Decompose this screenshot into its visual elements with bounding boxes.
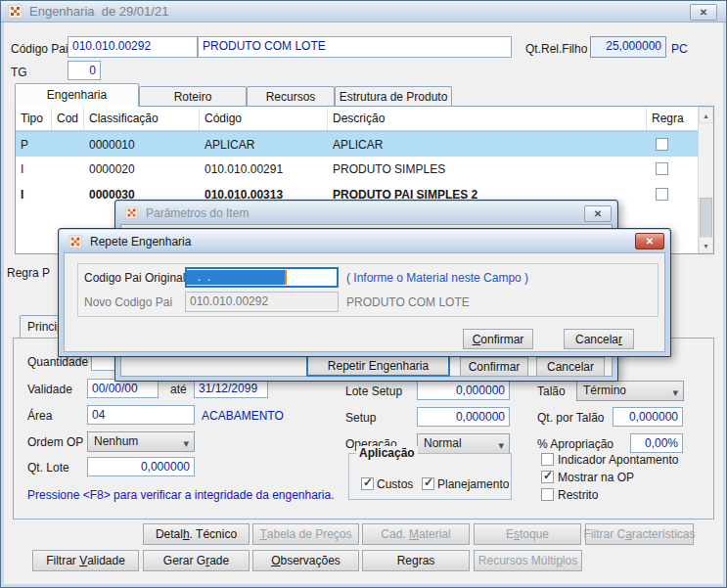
table-row[interactable]: I 0000020 010.010.00291 PRODUTO SIMPLES [16, 157, 713, 182]
planejamento-checkbox[interactable] [422, 477, 434, 490]
regra-label: Regra P [7, 266, 50, 280]
indicador-apontamento-label: Indicador Apontamento [558, 453, 678, 467]
validade-from-field[interactable]: 00/00/00 [87, 379, 159, 398]
close-icon[interactable]: ✕ [584, 205, 612, 222]
confirmar-button[interactable]: Confirmar [463, 329, 533, 349]
dialog-title: Repete Engenharia [90, 235, 191, 249]
qt-por-talao-field[interactable]: 0,000000 [613, 407, 683, 427]
tab-recursos[interactable]: Recursos [247, 86, 335, 107]
filtrar-caracteristicas-button[interactable]: Filtrar Características [585, 523, 694, 545]
col-header-tipo[interactable]: Tipo [16, 107, 52, 130]
dialog-title: Parâmetros do Item [146, 206, 249, 220]
repete-titlebar[interactable]: Repete Engenharia [60, 230, 669, 252]
scroll-up-icon[interactable]: ▲ [699, 107, 713, 123]
talao-label: Talão [537, 384, 566, 398]
repetir-engenharia-button[interactable]: Repetir Engenharia [306, 355, 450, 377]
planejamento-label: Planejamento [437, 477, 509, 491]
cell-codigo: 010.010.00291 [200, 162, 328, 176]
codigo-pai-original-label: Codigo Pai Original [84, 271, 185, 285]
qt-lote-field[interactable]: 0,000000 [87, 457, 195, 476]
ordem-op-label: Ordem OP [27, 435, 83, 449]
col-header-regra[interactable]: Regra [647, 107, 699, 130]
lote-setup-field[interactable]: 0,000000 [417, 381, 510, 400]
selected-text: . . [187, 270, 285, 285]
tab-roteiro[interactable]: Roteiro [139, 86, 247, 107]
col-header-codigo[interactable]: Código [200, 107, 328, 130]
gerar-grade-button[interactable]: Gerar Grade [143, 550, 250, 571]
cell-classificacao: 0000010 [84, 138, 200, 152]
setup-label: Setup [345, 411, 376, 425]
area-field[interactable]: 04 [87, 405, 195, 425]
close-icon[interactable]: ✕ [635, 233, 664, 249]
mostrar-na-op-checkbox[interactable] [541, 471, 554, 483]
ordem-op-select[interactable]: Nenhum [87, 431, 195, 452]
lote-setup-label: Lote Setup [345, 384, 402, 398]
mostrar-na-op-label: Mostrar na OP [558, 471, 634, 484]
detalh-tecnico-button[interactable]: Detalh. Técnico [143, 523, 250, 545]
grid-vertical-scrollbar[interactable]: ▲ ▼ [698, 107, 713, 253]
tabela-de-precos-button[interactable]: Tabela de Preços [252, 523, 359, 545]
area-desc: ACABAMENTO [202, 409, 284, 423]
observacoes-button[interactable]: Observações [252, 550, 359, 571]
repete-engenharia-dialog: Repete Engenharia ✕ Codigo Pai Original … [58, 228, 671, 357]
app-icon [68, 235, 82, 249]
codigo-pai-original-field[interactable]: . . [185, 267, 339, 288]
app-icon [125, 206, 138, 219]
restrito-checkbox[interactable] [541, 488, 554, 501]
tg-field[interactable]: 0 [68, 61, 101, 80]
cell-descricao: PRODUTO SIMPLES [328, 162, 647, 176]
custos-checkbox[interactable] [361, 477, 374, 490]
scrollbar-thumb[interactable] [700, 198, 712, 239]
col-header-descricao[interactable]: Descrição [328, 107, 647, 130]
window-titlebar[interactable]: Engenharia de 29/01/21 [1, 1, 726, 23]
ate-label: até [170, 383, 187, 396]
cancelar-button[interactable]: Cancelar [536, 357, 605, 377]
qt-lote-label: Qt. Lote [27, 461, 69, 475]
tg-label: TG [11, 66, 27, 79]
qt-por-talao-label: Qt. por Talão [537, 411, 604, 425]
area-label: Área [27, 409, 52, 423]
talao-select[interactable]: Término [576, 381, 684, 401]
window-title: Engenharia de 29/01/21 [29, 4, 168, 19]
qt-rel-filho-unit: PC [671, 42, 688, 56]
restrito-label: Restrito [558, 488, 598, 502]
estoque-button[interactable]: Estoque [474, 523, 581, 545]
validade-label: Validade [27, 383, 72, 396]
apropriacao-label: % Apropriação [537, 437, 613, 451]
codigo-pai-code-field[interactable]: 010.010.00292 [68, 36, 198, 58]
validade-to-field[interactable]: 31/12/2099 [194, 379, 268, 398]
close-icon[interactable]: ✕ [690, 4, 717, 21]
engenharia-window: Engenharia de 29/01/21 ✕ Código Pai 010.… [0, 0, 727, 588]
cell-codigo: APLICAR [200, 138, 328, 152]
apropriacao-field[interactable]: 0,00% [630, 433, 683, 453]
col-header-cod[interactable]: Cod [52, 107, 84, 130]
cell-descricao: APLICAR [328, 138, 647, 152]
filtrar-validade-button[interactable]: Filtrar Validade [32, 550, 139, 571]
text-caret [285, 270, 287, 285]
recursos-multiplos-button[interactable]: Recursos Múltiplos [474, 550, 582, 571]
cell-classificacao: 0000020 [84, 162, 200, 176]
confirmar-button[interactable]: Confirmar [460, 357, 528, 377]
regras-button[interactable]: Regras [362, 550, 470, 571]
cell-tipo: I [16, 162, 52, 176]
novo-codigo-pai-label: Novo Codigo Pai [84, 295, 172, 309]
table-row[interactable]: P 0000010 APLICAR APLICAR [16, 131, 713, 157]
tab-estrutura-de-produto[interactable]: Estrutura de Produto [335, 86, 452, 107]
codigo-pai-label: Código Pai [11, 42, 68, 56]
qt-rel-filho-field[interactable]: 25,000000 [590, 36, 666, 58]
codigo-pai-desc-field[interactable]: PRODUTO COM LOTE [198, 36, 512, 58]
grid-header-row: Tipo Cod Classificação Código Descrição … [16, 107, 713, 131]
parametros-titlebar[interactable]: Parâmetros do Item [116, 202, 616, 224]
app-icon [8, 4, 23, 19]
col-header-classificacao[interactable]: Classificação [84, 107, 200, 130]
setup-field[interactable]: 0,000000 [417, 407, 510, 427]
aplicacao-title: Aplicação [356, 446, 418, 460]
operacao-select[interactable]: Normal [417, 433, 510, 454]
repete-body: Codigo Pai Original . . ( Informe o Mate… [64, 252, 665, 352]
tab-engenharia[interactable]: Engenharia [15, 83, 139, 107]
cancelar-button[interactable]: Cancelar [564, 329, 634, 349]
scroll-down-icon[interactable]: ▼ [699, 237, 713, 253]
cad-material-button[interactable]: Cad. Material [362, 523, 470, 545]
codigo-pai-original-hint: ( Informe o Material neste Campo ) [346, 271, 528, 285]
indicador-apontamento-checkbox[interactable] [541, 453, 554, 466]
